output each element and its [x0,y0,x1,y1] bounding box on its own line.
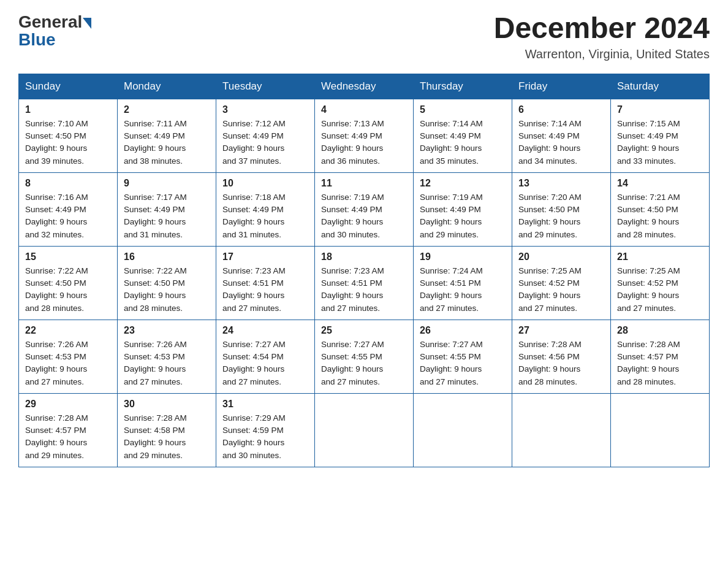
table-row: 21 Sunrise: 7:25 AMSunset: 4:52 PMDaylig… [611,246,710,320]
table-row: 12 Sunrise: 7:19 AMSunset: 4:49 PMDaylig… [414,172,512,246]
day-info: Sunrise: 7:21 AMSunset: 4:50 PMDaylight:… [617,191,703,241]
day-info: Sunrise: 7:27 AMSunset: 4:55 PMDaylight:… [321,339,407,388]
header: General Blue December 2024 Warrenton, Vi… [18,12,710,61]
day-info: Sunrise: 7:29 AMSunset: 4:59 PMDaylight:… [222,412,308,462]
month-title: December 2024 [494,12,710,45]
day-number: 11 [321,178,407,189]
day-number: 22 [25,325,111,336]
day-info: Sunrise: 7:27 AMSunset: 4:54 PMDaylight:… [222,339,308,388]
calendar-week-row: 1 Sunrise: 7:10 AMSunset: 4:50 PMDayligh… [19,99,710,172]
table-row: 20 Sunrise: 7:25 AMSunset: 4:52 PMDaylig… [512,246,611,320]
day-number: 31 [222,399,308,410]
header-friday: Friday [512,74,611,99]
table-row: 28 Sunrise: 7:28 AMSunset: 4:57 PMDaylig… [611,320,710,393]
day-info: Sunrise: 7:28 AMSunset: 4:57 PMDaylight:… [25,412,111,462]
calendar-week-row: 15 Sunrise: 7:22 AMSunset: 4:50 PMDaylig… [19,246,710,320]
day-info: Sunrise: 7:28 AMSunset: 4:57 PMDaylight:… [617,339,703,388]
table-row: 26 Sunrise: 7:27 AMSunset: 4:55 PMDaylig… [414,320,512,393]
table-row: 17 Sunrise: 7:23 AMSunset: 4:51 PMDaylig… [216,246,315,320]
header-wednesday: Wednesday [315,74,414,99]
day-info: Sunrise: 7:15 AMSunset: 4:49 PMDaylight:… [617,118,703,167]
day-info: Sunrise: 7:25 AMSunset: 4:52 PMDaylight:… [617,265,703,315]
day-info: Sunrise: 7:20 AMSunset: 4:50 PMDaylight:… [518,191,604,241]
table-row: 5 Sunrise: 7:14 AMSunset: 4:49 PMDayligh… [414,99,512,172]
day-number: 24 [222,325,308,336]
table-row: 9 Sunrise: 7:17 AMSunset: 4:49 PMDayligh… [118,172,216,246]
day-number: 29 [25,399,111,410]
table-row: 18 Sunrise: 7:23 AMSunset: 4:51 PMDaylig… [315,246,414,320]
day-number: 1 [25,104,111,115]
day-info: Sunrise: 7:19 AMSunset: 4:49 PMDaylight:… [321,191,407,241]
table-row: 14 Sunrise: 7:21 AMSunset: 4:50 PMDaylig… [611,172,710,246]
day-number: 5 [420,104,506,115]
day-info: Sunrise: 7:13 AMSunset: 4:49 PMDaylight:… [321,118,407,167]
table-row [611,393,710,467]
header-thursday: Thursday [414,74,512,99]
day-number: 30 [124,399,210,410]
header-monday: Monday [118,74,216,99]
day-number: 20 [518,251,604,262]
table-row: 8 Sunrise: 7:16 AMSunset: 4:49 PMDayligh… [19,172,118,246]
calendar-week-row: 29 Sunrise: 7:28 AMSunset: 4:57 PMDaylig… [19,393,710,467]
table-row: 1 Sunrise: 7:10 AMSunset: 4:50 PMDayligh… [19,99,118,172]
logo-chevron-icon [83,18,91,29]
table-row: 30 Sunrise: 7:28 AMSunset: 4:58 PMDaylig… [118,393,216,467]
table-row: 13 Sunrise: 7:20 AMSunset: 4:50 PMDaylig… [512,172,611,246]
day-number: 4 [321,104,407,115]
logo: General Blue [18,12,92,50]
day-number: 19 [420,251,506,262]
table-row: 23 Sunrise: 7:26 AMSunset: 4:53 PMDaylig… [118,320,216,393]
table-row: 24 Sunrise: 7:27 AMSunset: 4:54 PMDaylig… [216,320,315,393]
day-number: 28 [617,325,703,336]
location-subtitle: Warrenton, Virginia, United States [494,47,710,61]
table-row: 7 Sunrise: 7:15 AMSunset: 4:49 PMDayligh… [611,99,710,172]
header-tuesday: Tuesday [216,74,315,99]
calendar-week-row: 22 Sunrise: 7:26 AMSunset: 4:53 PMDaylig… [19,320,710,393]
logo-blue-line: Blue [18,31,56,50]
day-number: 8 [25,178,111,189]
table-row: 31 Sunrise: 7:29 AMSunset: 4:59 PMDaylig… [216,393,315,467]
day-info: Sunrise: 7:23 AMSunset: 4:51 PMDaylight:… [321,265,407,315]
day-info: Sunrise: 7:24 AMSunset: 4:51 PMDaylight:… [420,265,506,315]
day-info: Sunrise: 7:22 AMSunset: 4:50 PMDaylight:… [124,265,210,315]
day-info: Sunrise: 7:16 AMSunset: 4:49 PMDaylight:… [25,191,111,241]
table-row: 4 Sunrise: 7:13 AMSunset: 4:49 PMDayligh… [315,99,414,172]
day-info: Sunrise: 7:14 AMSunset: 4:49 PMDaylight:… [420,118,506,167]
logo-line1: General [18,12,92,32]
day-info: Sunrise: 7:28 AMSunset: 4:58 PMDaylight:… [124,412,210,462]
calendar-table: Sunday Monday Tuesday Wednesday Thursday… [18,74,710,467]
day-number: 6 [518,104,604,115]
calendar-week-row: 8 Sunrise: 7:16 AMSunset: 4:49 PMDayligh… [19,172,710,246]
table-row: 11 Sunrise: 7:19 AMSunset: 4:49 PMDaylig… [315,172,414,246]
day-info: Sunrise: 7:14 AMSunset: 4:49 PMDaylight:… [518,118,604,167]
table-row: 6 Sunrise: 7:14 AMSunset: 4:49 PMDayligh… [512,99,611,172]
table-row: 19 Sunrise: 7:24 AMSunset: 4:51 PMDaylig… [414,246,512,320]
day-info: Sunrise: 7:28 AMSunset: 4:56 PMDaylight:… [518,339,604,388]
table-row: 15 Sunrise: 7:22 AMSunset: 4:50 PMDaylig… [19,246,118,320]
day-info: Sunrise: 7:26 AMSunset: 4:53 PMDaylight:… [25,339,111,388]
day-number: 3 [222,104,308,115]
day-info: Sunrise: 7:27 AMSunset: 4:55 PMDaylight:… [420,339,506,388]
day-number: 2 [124,104,210,115]
header-sunday: Sunday [19,74,118,99]
day-info: Sunrise: 7:22 AMSunset: 4:50 PMDaylight:… [25,265,111,315]
day-number: 13 [518,178,604,189]
table-row [315,393,414,467]
day-number: 18 [321,251,407,262]
day-info: Sunrise: 7:23 AMSunset: 4:51 PMDaylight:… [222,265,308,315]
table-row: 3 Sunrise: 7:12 AMSunset: 4:49 PMDayligh… [216,99,315,172]
page-container: General Blue December 2024 Warrenton, Vi… [18,12,710,467]
day-info: Sunrise: 7:25 AMSunset: 4:52 PMDaylight:… [518,265,604,315]
table-row [512,393,611,467]
day-info: Sunrise: 7:17 AMSunset: 4:49 PMDaylight:… [124,191,210,241]
header-saturday: Saturday [611,74,710,99]
day-number: 10 [222,178,308,189]
day-info: Sunrise: 7:19 AMSunset: 4:49 PMDaylight:… [420,191,506,241]
day-number: 9 [124,178,210,189]
table-row: 29 Sunrise: 7:28 AMSunset: 4:57 PMDaylig… [19,393,118,467]
title-area: December 2024 Warrenton, Virginia, Unite… [494,12,710,61]
table-row: 16 Sunrise: 7:22 AMSunset: 4:50 PMDaylig… [118,246,216,320]
table-row: 27 Sunrise: 7:28 AMSunset: 4:56 PMDaylig… [512,320,611,393]
day-number: 14 [617,178,703,189]
day-info: Sunrise: 7:10 AMSunset: 4:50 PMDaylight:… [25,118,111,167]
